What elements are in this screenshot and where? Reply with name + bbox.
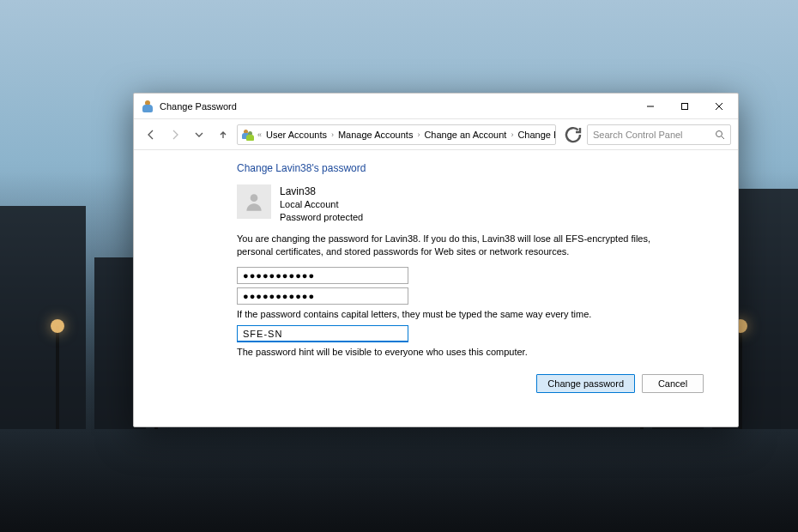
confirm-password-input[interactable] <box>243 291 402 301</box>
svg-point-6 <box>251 194 258 202</box>
chevron-right-icon: › <box>330 130 335 139</box>
window-title: Change Password <box>160 101 237 112</box>
up-button[interactable] <box>213 124 233 145</box>
refresh-button[interactable] <box>563 124 583 145</box>
warning-text: You are changing the password for Lavin3… <box>237 233 662 258</box>
breadcrumb-item[interactable]: Change Password <box>516 130 556 140</box>
new-password-field[interactable] <box>237 267 408 284</box>
control-panel-window: Change Password « User Accou <box>133 93 739 427</box>
recent-locations-button[interactable] <box>189 124 209 145</box>
account-type: Local Account <box>280 198 363 211</box>
user-accounts-icon <box>241 128 255 142</box>
user-name: Lavin38 <box>280 184 363 198</box>
navigation-bar: « User Accounts › Manage Accounts › Chan… <box>134 119 738 150</box>
password-hint-field[interactable] <box>237 325 408 342</box>
password-hint-input[interactable] <box>243 329 402 339</box>
svg-line-5 <box>722 136 724 138</box>
breadcrumb-item[interactable]: User Accounts <box>264 130 329 140</box>
close-button[interactable] <box>702 94 736 118</box>
content-area: Change Lavin38's password Lavin38 Local … <box>134 150 738 426</box>
titlebar: Change Password <box>134 94 738 119</box>
back-button[interactable] <box>141 124 161 145</box>
change-password-button[interactable]: Change password <box>536 374 635 393</box>
svg-point-4 <box>716 130 722 136</box>
hint-note: The password hint will be visible to eve… <box>237 346 721 359</box>
account-status: Password protected <box>280 211 363 224</box>
breadcrumb-item[interactable]: Manage Accounts <box>336 130 414 140</box>
search-icon <box>715 130 725 140</box>
new-password-input[interactable] <box>243 270 402 281</box>
maximize-button[interactable] <box>668 94 702 118</box>
user-avatar <box>237 184 271 219</box>
search-input[interactable] <box>593 130 711 140</box>
cancel-button[interactable]: Cancel <box>642 374 704 393</box>
user-accounts-icon <box>141 100 154 113</box>
svg-rect-1 <box>682 103 688 109</box>
chevron-right-icon: › <box>416 130 420 139</box>
breadcrumb-item[interactable]: Change an Account <box>422 130 508 140</box>
search-box[interactable] <box>587 124 731 145</box>
page-heading: Change Lavin38's password <box>237 162 721 174</box>
user-info-block: Lavin38 Local Account Password protected <box>237 184 721 224</box>
minimize-button[interactable] <box>633 94 668 118</box>
confirm-password-field[interactable] <box>237 287 408 305</box>
chevron-right-icon: › <box>510 130 514 139</box>
button-row: Change password Cancel <box>237 374 721 393</box>
caps-note: If the password contains capital letters… <box>237 308 721 321</box>
address-bar[interactable]: « User Accounts › Manage Accounts › Chan… <box>237 124 556 145</box>
breadcrumb-prefix: « <box>257 130 263 139</box>
user-info-text: Lavin38 Local Account Password protected <box>280 184 363 224</box>
forward-button[interactable] <box>165 124 185 145</box>
